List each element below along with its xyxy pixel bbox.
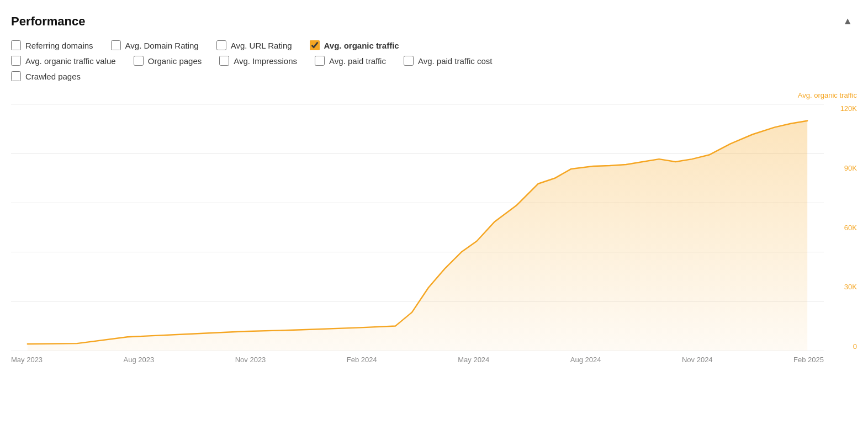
y-label: 60K xyxy=(844,224,857,232)
filter-checkboxes: Referring domainsAvg. Domain RatingAvg. … xyxy=(11,40,857,81)
checkbox-label-referring_domains: Referring domains xyxy=(25,41,93,50)
checkbox-row-3: Crawled pages xyxy=(11,71,857,81)
collapse-button[interactable]: ▲ xyxy=(838,13,857,29)
panel-header: Performance ▲ xyxy=(11,13,857,29)
checkbox-crawled_pages[interactable] xyxy=(11,71,21,81)
checkbox-item-organic_pages[interactable]: Organic pages xyxy=(134,56,202,66)
checkbox-item-avg_organic_traffic[interactable]: Avg. organic traffic xyxy=(310,40,399,50)
checkbox-label-avg_paid_traffic: Avg. paid traffic xyxy=(329,56,386,66)
checkbox-label-avg_organic_traffic: Avg. organic traffic xyxy=(324,41,399,50)
checkbox-avg_domain_rating[interactable] xyxy=(111,40,121,50)
x-label: May 2024 xyxy=(458,356,489,364)
checkbox-avg_paid_traffic_cost[interactable] xyxy=(404,56,414,66)
x-label: May 2023 xyxy=(11,356,43,364)
x-axis: May 2023Aug 2023Nov 2023Feb 2024May 2024… xyxy=(11,352,824,367)
checkbox-avg_paid_traffic[interactable] xyxy=(315,56,325,66)
checkbox-item-avg_domain_rating[interactable]: Avg. Domain Rating xyxy=(111,40,199,50)
checkbox-avg_url_rating[interactable] xyxy=(216,40,226,50)
checkbox-item-avg_organic_traffic_value[interactable]: Avg. organic traffic value xyxy=(11,56,116,66)
y-label: 0 xyxy=(853,342,857,351)
y-label: 30K xyxy=(844,283,857,291)
checkbox-item-avg_url_rating[interactable]: Avg. URL Rating xyxy=(216,40,292,50)
checkbox-label-avg_organic_traffic_value: Avg. organic traffic value xyxy=(25,56,116,66)
performance-panel: Performance ▲ Referring domainsAvg. Doma… xyxy=(0,0,868,373)
chart-area: Avg. organic traffic xyxy=(11,91,857,367)
checkbox-organic_pages[interactable] xyxy=(134,56,144,66)
checkbox-label-crawled_pages: Crawled pages xyxy=(25,72,81,81)
y-label: 90K xyxy=(844,164,857,172)
checkbox-avg_organic_traffic_value[interactable] xyxy=(11,56,21,66)
checkbox-item-avg_paid_traffic_cost[interactable]: Avg. paid traffic cost xyxy=(404,56,493,66)
checkbox-label-organic_pages: Organic pages xyxy=(148,56,202,66)
x-label: Feb 2025 xyxy=(793,356,824,364)
checkbox-label-avg_impressions: Avg. Impressions xyxy=(234,56,297,66)
checkbox-row-2: Avg. organic traffic valueOrganic pagesA… xyxy=(11,56,857,66)
checkbox-label-avg_paid_traffic_cost: Avg. paid traffic cost xyxy=(418,56,493,66)
y-label: 120K xyxy=(840,104,857,113)
checkbox-label-avg_domain_rating: Avg. Domain Rating xyxy=(125,41,199,50)
checkbox-item-avg_paid_traffic[interactable]: Avg. paid traffic xyxy=(315,56,386,66)
checkbox-avg_organic_traffic[interactable] xyxy=(310,40,320,50)
chart-svg xyxy=(11,104,824,351)
checkbox-referring_domains[interactable] xyxy=(11,40,21,50)
checkbox-row-1: Referring domainsAvg. Domain RatingAvg. … xyxy=(11,40,857,50)
checkbox-item-avg_impressions[interactable]: Avg. Impressions xyxy=(219,56,297,66)
checkbox-avg_impressions[interactable] xyxy=(219,56,229,66)
x-label: Aug 2024 xyxy=(570,356,601,364)
x-label: Nov 2023 xyxy=(235,356,266,364)
x-label: Aug 2023 xyxy=(124,356,155,364)
chart-area-fill xyxy=(28,121,807,351)
checkbox-item-crawled_pages[interactable]: Crawled pages xyxy=(11,71,81,81)
checkbox-item-referring_domains[interactable]: Referring domains xyxy=(11,40,93,50)
checkbox-label-avg_url_rating: Avg. URL Rating xyxy=(231,41,292,50)
x-label: Nov 2024 xyxy=(682,356,713,364)
chart-svg-container xyxy=(11,104,824,351)
x-label: Feb 2024 xyxy=(347,356,377,364)
panel-title: Performance xyxy=(11,14,86,29)
y-axis: 120K90K60K30K0 xyxy=(827,104,857,351)
chart-series-label: Avg. organic traffic xyxy=(798,91,857,99)
